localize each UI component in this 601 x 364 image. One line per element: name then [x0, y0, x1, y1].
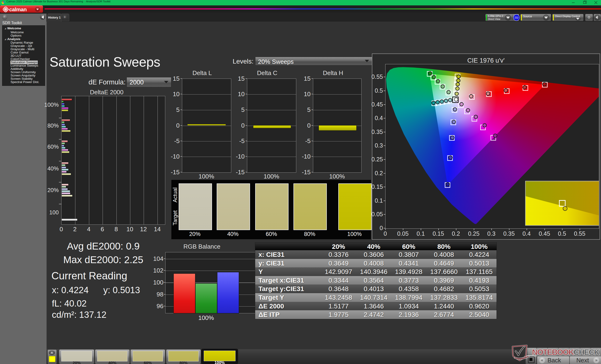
svg-text:calman: calman [9, 7, 27, 12]
